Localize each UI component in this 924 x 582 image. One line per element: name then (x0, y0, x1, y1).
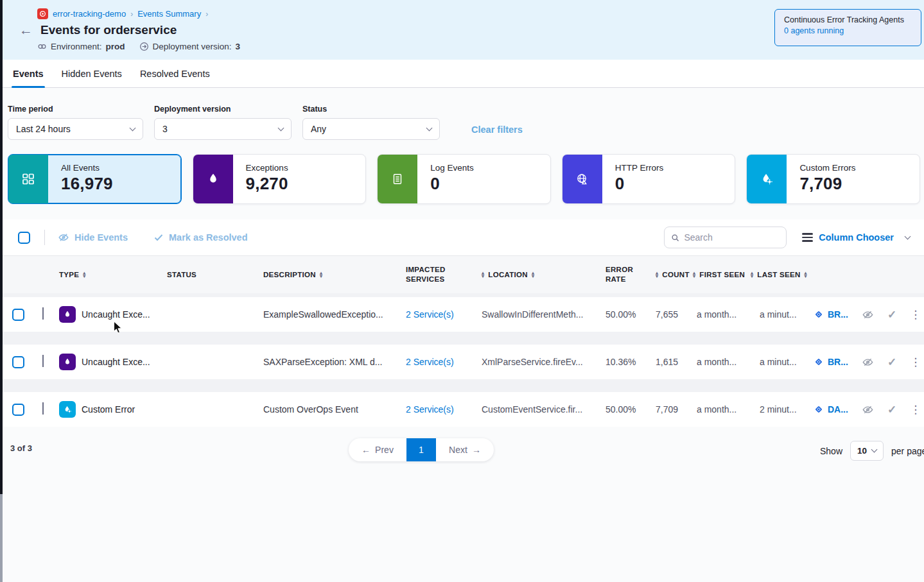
prev-page-button[interactable]: ← Prev (349, 438, 406, 461)
ticket-link[interactable]: DA... (814, 404, 848, 415)
ticket-diamond-icon (814, 404, 824, 415)
last-seen: a minut... (751, 357, 810, 367)
hide-events-button[interactable]: Hide Events (58, 232, 128, 243)
sort-icon[interactable]: ▴▾ (532, 271, 534, 278)
search-input[interactable] (684, 232, 780, 243)
collapsed-nav-strip-bottom (0, 494, 3, 582)
ticket-link[interactable]: BR... (814, 357, 848, 367)
arrow-left-icon: ← (362, 445, 370, 455)
select-all-checkbox[interactable] (18, 232, 30, 244)
clear-filters-button[interactable]: Clear filters (471, 124, 523, 135)
row-checkbox[interactable] (12, 309, 24, 321)
row-checkbox[interactable] (12, 404, 24, 416)
event-type: Uncaught Exce... (82, 309, 150, 320)
ticket-label: DA... (828, 404, 848, 415)
page-size-select[interactable]: 10 (850, 441, 884, 461)
table-row[interactable]: Custom Error Custom OverOps Event 2 Serv… (0, 392, 924, 427)
column-header-location[interactable]: ▴▾ LOCATION ▴▾ (482, 271, 606, 278)
table-row[interactable]: Uncaught Exce... ExampleSwallowedExcepti… (0, 297, 924, 332)
card-all-events[interactable]: All Events 16,979 (8, 154, 182, 204)
error-rate: 50.00% (606, 309, 656, 320)
row-menu-icon[interactable]: ⋮ (910, 355, 921, 369)
event-location: CustomEventService.fir... (482, 404, 606, 415)
agents-status-card: Continuous Error Tracking Agents 0 agent… (774, 9, 921, 46)
sort-icon[interactable]: ▴▾ (751, 271, 753, 278)
row-menu-icon[interactable]: ⋮ (910, 308, 921, 321)
results-summary: 3 of 3 (10, 443, 32, 453)
last-seen: 2 minut... (751, 404, 810, 415)
hide-event-icon[interactable] (862, 356, 874, 368)
back-arrow-icon[interactable]: ← (19, 24, 33, 36)
flame-gear-icon (747, 155, 787, 203)
deployment-version-select[interactable]: 3 (154, 118, 292, 140)
exception-flame-icon (59, 354, 76, 370)
environment-meta: Environment: prod (37, 42, 125, 51)
error-rate: 10.36% (606, 357, 656, 367)
sort-icon[interactable]: ▴▾ (83, 271, 85, 278)
environment-value: prod (106, 42, 125, 51)
agents-running-link[interactable]: 0 agents running (784, 26, 912, 35)
tab-resolved-events[interactable]: Resolved Events (139, 60, 211, 87)
log-document-icon (378, 155, 417, 203)
sort-icon[interactable]: ▴▾ (805, 271, 807, 278)
page-number-button[interactable]: 1 (406, 438, 436, 461)
card-http-errors[interactable]: HTTP Errors 0 (562, 154, 736, 204)
card-exceptions[interactable]: Exceptions 9,270 (193, 154, 367, 204)
first-seen: a month... (686, 404, 751, 415)
table-toolbar: Hide Events Mark as Resolved Column Choo… (0, 219, 924, 255)
column-header-count[interactable]: ▴▾ COUNT (656, 271, 686, 278)
sort-icon[interactable]: ▴▾ (656, 271, 658, 278)
resolve-event-icon[interactable]: ✓ (887, 355, 896, 369)
hide-event-icon[interactable] (862, 404, 874, 416)
card-custom-errors[interactable]: Custom Errors 7,709 (746, 154, 920, 204)
error-rate: 50.00% (606, 404, 656, 415)
sort-icon[interactable]: ▴▾ (693, 271, 695, 278)
card-label: Exceptions (246, 163, 288, 173)
row-expand-chevron-icon[interactable] (42, 307, 44, 320)
impacted-services-link[interactable]: 2 Service(s) (406, 357, 454, 367)
card-label: Custom Errors (799, 163, 855, 173)
chevron-down-icon[interactable] (905, 233, 911, 239)
ticket-link[interactable]: BR... (814, 309, 848, 320)
hide-event-icon[interactable] (862, 309, 874, 321)
prev-label: Prev (375, 445, 394, 455)
next-page-button[interactable]: Next → (436, 438, 494, 461)
resolve-event-icon[interactable]: ✓ (887, 308, 896, 321)
deployment-label: Deployment version: (153, 42, 232, 51)
table-header: TYPE ▴▾ STATUS DESCRIPTION ▴▾ IMPACTED S… (0, 255, 924, 293)
event-location: SwallowInDifferentMeth... (482, 309, 606, 320)
column-chooser-icon[interactable] (802, 233, 813, 242)
column-header-type[interactable]: TYPE ▴▾ (59, 271, 167, 278)
table-row[interactable]: Uncaught Exce... SAXParseException: XML … (0, 345, 924, 379)
deployment-meta: Deployment version: 3 (139, 42, 241, 51)
tab-events[interactable]: Events (12, 60, 45, 87)
deployment-version-label: Deployment version (154, 105, 292, 114)
status-select[interactable]: Any (302, 118, 440, 140)
sort-icon[interactable]: ▴▾ (320, 271, 322, 278)
row-menu-icon[interactable]: ⋮ (910, 403, 921, 416)
resolve-event-icon[interactable]: ✓ (887, 403, 896, 416)
row-expand-chevron-icon[interactable] (42, 355, 44, 367)
column-header-description[interactable]: DESCRIPTION ▴▾ (263, 271, 406, 278)
card-log-events[interactable]: Log Events 0 (377, 154, 551, 204)
column-header-first-seen[interactable]: ▴▾ FIRST SEEN (686, 271, 751, 278)
mark-resolved-button[interactable]: Mark as Resolved (153, 232, 248, 243)
column-chooser-button[interactable]: Column Chooser (819, 232, 894, 243)
breadcrumb-events-summary-link[interactable]: Events Summary (137, 9, 201, 19)
impacted-services-link[interactable]: 2 Service(s) (406, 404, 454, 415)
time-period-select[interactable]: Last 24 hours (8, 118, 143, 140)
row-checkbox[interactable] (12, 356, 24, 368)
tab-hidden-events[interactable]: Hidden Events (60, 60, 123, 87)
environment-icon (37, 42, 47, 51)
column-label: LOCATION (488, 271, 528, 278)
per-page-label: per page (891, 446, 924, 456)
breadcrumb-project-link[interactable]: error-tracking-demo (53, 9, 126, 19)
first-seen: a month... (686, 309, 751, 320)
first-seen: a month... (686, 357, 751, 367)
row-expand-chevron-icon[interactable] (42, 402, 44, 415)
collapsed-nav-strip[interactable] (0, 0, 3, 494)
column-header-last-seen[interactable]: ▴▾ LAST SEEN ▴▾ (751, 271, 810, 278)
sort-icon[interactable]: ▴▾ (482, 271, 484, 278)
impacted-services-link[interactable]: 2 Service(s) (406, 309, 454, 320)
ticket-label: BR... (828, 309, 848, 320)
